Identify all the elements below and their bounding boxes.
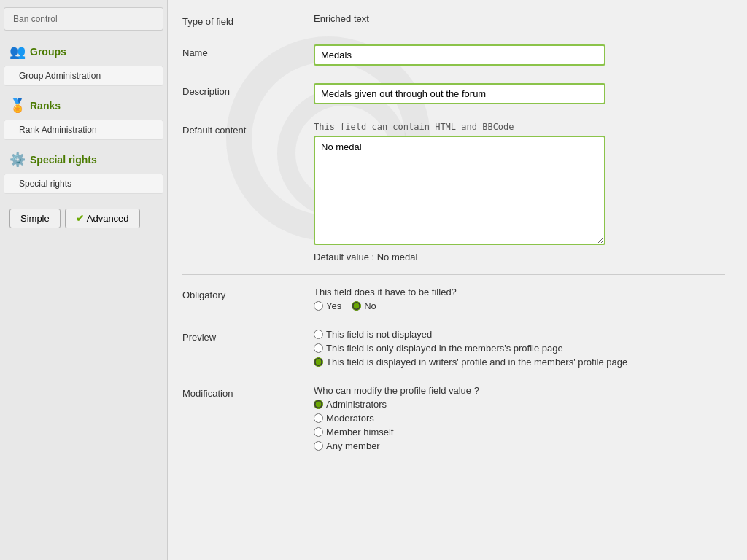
preview-radio-0[interactable] [314,330,323,339]
description-input[interactable] [314,83,605,104]
obligatory-yes-radio[interactable] [314,301,323,311]
name-row: Name [182,39,725,66]
name-input[interactable] [314,44,605,66]
special-rights-icon: ⚙️ [9,152,26,168]
preview-label-2: This field is displayed in writers' prof… [326,357,627,368]
preview-radio-1[interactable] [314,343,323,353]
obligatory-label: Obligatory [182,287,314,300]
html-bbcode-note: This field can contain HTML and BBCode [314,122,725,132]
sidebar-section-special-rights-header[interactable]: ⚙️ Special rights [4,147,163,172]
modification-label: Modification [182,385,314,399]
preview-row: Preview This field is not displayed This… [182,323,725,368]
obligatory-radio-group: Yes No [314,300,725,311]
name-label: Name [182,44,314,58]
sidebar-section-ranks-header[interactable]: 🏅 Ranks [4,93,163,118]
sidebar-section-groups-header[interactable]: 👥 Groups [4,39,163,64]
sidebar-section-special-rights: ⚙️ Special rights Special rights [4,147,163,194]
sidebar-section-ranks: 🏅 Ranks Rank Administration [4,93,163,140]
field-settings-form: Type of field Enriched text Name Descrip… [168,0,747,470]
ranks-icon: 🏅 [9,98,26,114]
modification-label-0: Administrators [326,399,387,410]
obligatory-row: Obligatory This field does it have to be… [182,281,725,311]
obligatory-no-label: No [364,300,376,311]
modification-option-0[interactable]: Administrators [314,399,725,410]
preview-label: Preview [182,329,314,343]
sidebar-ranks-label: Ranks [30,100,61,112]
modification-question: Who can modify the profile field value ? [314,385,725,396]
sidebar: Ban control 👥 Groups Group Administratio… [0,0,168,560]
preview-radio-2[interactable] [314,357,323,367]
simple-button[interactable]: Simple [9,209,61,228]
description-label: Description [182,83,314,97]
obligatory-no-radio[interactable] [352,301,361,311]
sidebar-section-groups: 👥 Groups Group Administration [4,39,163,86]
obligatory-yes-label: Yes [326,300,341,311]
main-content: Type of field Enriched text Name Descrip… [168,0,747,560]
default-content-label: Default content [182,122,314,136]
modification-label-1: Moderators [326,413,374,424]
preview-radio-group: This field is not displayed This field i… [314,329,725,368]
modification-label-3: Any member [326,440,380,451]
sidebar-item-special-rights[interactable]: Special rights [4,174,163,194]
ban-control-label: Ban control [13,14,58,24]
view-mode-buttons: Simple ✔ Advanced [4,201,163,236]
modification-option-2[interactable]: Member himself [314,427,725,438]
modification-radio-3[interactable] [314,441,323,451]
check-icon: ✔ [76,213,84,224]
groups-icon: 👥 [9,44,26,60]
default-content-textarea[interactable] [314,136,605,245]
modification-option-1[interactable]: Moderators [314,413,725,424]
preview-option-1[interactable]: This field is only displayed in the memb… [314,343,725,354]
modification-label-2: Member himself [326,427,393,438]
preview-option-0[interactable]: This field is not displayed [314,329,725,340]
type-of-field-row: Type of field Enriched text [182,7,725,27]
preview-label-0: This field is not displayed [326,329,432,340]
obligatory-no-option[interactable]: No [352,300,376,311]
modification-radio-0[interactable] [314,400,323,409]
preview-label-1: This field is only displayed in the memb… [326,343,563,354]
default-value-display: Default value : No medal [314,252,725,262]
modification-radio-group: Administrators Moderators Member himself [314,399,725,451]
type-of-field-value: Enriched text [314,10,369,24]
sidebar-special-rights-label: Special rights [30,154,97,166]
section-divider-1 [182,274,725,275]
preview-option-2[interactable]: This field is displayed in writers' prof… [314,357,725,368]
modification-radio-1[interactable] [314,413,323,423]
modification-radio-2[interactable] [314,427,323,437]
advanced-button[interactable]: ✔ Advanced [65,209,140,228]
description-row: Description [182,77,725,104]
obligatory-question: This field does it have to be filled? [314,287,725,298]
sidebar-item-group-administration[interactable]: Group Administration [4,66,163,86]
sidebar-groups-label: Groups [30,46,66,58]
modification-row: Modification Who can modify the profile … [182,379,725,451]
default-content-row: Default content This field can contain H… [182,116,725,262]
sidebar-item-rank-administration[interactable]: Rank Administration [4,120,163,140]
ban-control-item[interactable]: Ban control [4,7,163,31]
obligatory-yes-option[interactable]: Yes [314,300,341,311]
modification-option-3[interactable]: Any member [314,440,725,451]
type-of-field-label: Type of field [182,13,314,27]
